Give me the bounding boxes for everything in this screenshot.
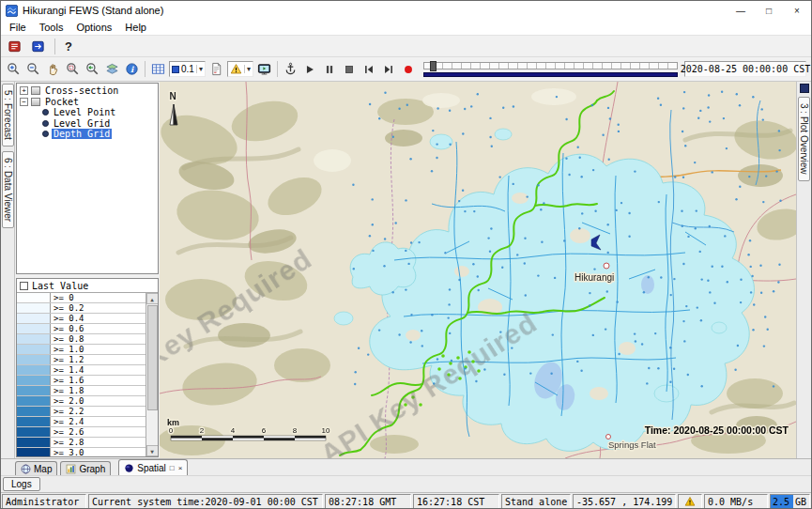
- scalar-value: 0.1: [181, 64, 194, 74]
- layer-dot-icon: [42, 109, 49, 116]
- scroll-thumb[interactable]: [147, 305, 158, 410]
- tree-row[interactable]: Level Point: [17, 107, 158, 118]
- svg-text:0: 0: [169, 426, 174, 435]
- menu-help[interactable]: Help: [118, 22, 153, 33]
- hikurangi-town-marker[interactable]: [604, 263, 609, 269]
- go-last-button[interactable]: [379, 60, 399, 79]
- profile-document-button[interactable]: [207, 60, 226, 79]
- legend-swatch: [17, 345, 51, 354]
- menu-tools[interactable]: Tools: [33, 22, 70, 33]
- menu-bar: File Tools Options Help: [1, 20, 811, 36]
- springs-flat-label: Springs Flat: [608, 440, 656, 450]
- status-gmt-time: 08:27:18 GMT: [325, 494, 411, 509]
- database-icon[interactable]: [5, 37, 24, 55]
- logs-button[interactable]: Logs: [3, 477, 40, 491]
- springs-flat-town-marker[interactable]: [606, 435, 611, 440]
- legend-row: >= 0.8: [17, 334, 146, 345]
- legend-swatch: [17, 376, 51, 385]
- timeline-slider[interactable]: [423, 61, 678, 78]
- info-icon[interactable]: i: [122, 60, 142, 79]
- zoom-out-button[interactable]: [23, 60, 43, 79]
- current-time-display[interactable]: 2020-08-25 00:00:00 CST: [684, 61, 806, 77]
- timeline-period-bar: [423, 72, 678, 77]
- scalar-threshold-dropdown[interactable]: 0.1 ▾: [169, 61, 206, 77]
- tree-row[interactable]: − Pocket: [17, 97, 158, 108]
- pan-hand-icon[interactable]: [43, 60, 63, 79]
- legend-row: >= 2.6: [17, 427, 146, 438]
- workflow-icon[interactable]: [28, 37, 48, 55]
- zoom-box-button[interactable]: [63, 60, 83, 79]
- zoom-in-button[interactable]: [4, 60, 23, 79]
- float-tab-icon[interactable]: □: [170, 464, 175, 472]
- tree-row-selected[interactable]: Depth Grid: [17, 129, 158, 140]
- tab-data-viewer[interactable]: 6 : Data Viewer: [2, 151, 14, 228]
- play-button[interactable]: [300, 60, 320, 79]
- status-local-time: 16:27:18 CST: [413, 494, 499, 509]
- svg-text:4: 4: [231, 426, 236, 435]
- animation-display-button[interactable]: [254, 60, 274, 79]
- zoom-previous-button[interactable]: [83, 60, 102, 79]
- bottom-tab-bar: Map Graph Spatial □ ×: [1, 458, 811, 475]
- legend-swatch: [17, 293, 51, 302]
- map-canvas[interactable]: API Key Required API Key Required N km 0…: [160, 82, 796, 458]
- stop-button[interactable]: [340, 60, 360, 79]
- close-tab-icon[interactable]: ×: [178, 464, 183, 472]
- layers-icon[interactable]: [102, 60, 122, 79]
- tab-forecast[interactable]: 5 : Forecast: [2, 84, 14, 147]
- status-download-rate: 0.0 MB/s: [704, 494, 768, 509]
- right-tab-strip: 3 : Plot Overview: [796, 82, 811, 458]
- legend-swatch: [17, 365, 51, 375]
- legend-swatch: [17, 427, 51, 437]
- legend-swatch: [17, 438, 51, 447]
- folder-icon: [31, 86, 40, 95]
- record-button[interactable]: [399, 60, 419, 79]
- svg-text:6: 6: [262, 426, 267, 435]
- maximize-button[interactable]: □: [755, 1, 783, 20]
- legend-row: >= 0: [17, 293, 146, 303]
- grid-display-button[interactable]: [148, 60, 168, 79]
- last-value-checkbox[interactable]: [20, 282, 28, 290]
- legend-swatch: [17, 396, 51, 406]
- collapse-icon[interactable]: −: [20, 98, 28, 106]
- tab-spatial[interactable]: Spatial □ ×: [118, 459, 188, 475]
- scroll-down-icon[interactable]: ▼: [146, 445, 159, 456]
- status-coordinates: -35.657 , 174.199: [573, 494, 676, 509]
- tree-row[interactable]: + Cross-section: [17, 85, 158, 97]
- pin-icon[interactable]: [800, 84, 809, 93]
- legend-row: >= 1.0: [17, 345, 146, 355]
- menu-options[interactable]: Options: [69, 22, 118, 33]
- tab-map[interactable]: Map: [15, 461, 57, 475]
- warning-dropdown[interactable]: ▾: [227, 61, 253, 77]
- timeline-thumb[interactable]: [430, 61, 437, 71]
- tree-row[interactable]: Level Grid: [17, 118, 158, 130]
- tab-graph[interactable]: Graph: [60, 461, 111, 475]
- legend-swatch: [17, 355, 51, 364]
- svg-text:10: 10: [322, 426, 330, 435]
- legend-scrollbar[interactable]: ▲ ▼: [146, 293, 158, 456]
- tab-plot-overview[interactable]: 3 : Plot Overview: [798, 97, 810, 181]
- toolbar-separator: [54, 39, 55, 54]
- legend-row: >= 1.8: [17, 386, 146, 396]
- close-button[interactable]: ×: [783, 1, 811, 20]
- go-first-button[interactable]: [360, 60, 379, 79]
- menu-file[interactable]: File: [3, 22, 33, 33]
- expand-icon[interactable]: +: [20, 86, 28, 95]
- chevron-down-icon: ▾: [196, 65, 203, 73]
- map-view[interactable]: API Key Required API Key Required N km 0…: [160, 82, 796, 458]
- status-memory: 2.5 GB: [770, 494, 810, 509]
- sphere-icon: [124, 463, 134, 473]
- app-window: Hikurangi FEWS (Stand alone) — □ × File …: [0, 0, 812, 509]
- layer-dot-icon: [42, 131, 49, 137]
- legend-list: >= 0 >= 0.2 >= 0.4 >= 0.6 >= 0.8 >= 1.0 …: [17, 293, 146, 456]
- legend-header: Last Value: [17, 279, 158, 293]
- legend-row: >= 2.0: [17, 396, 146, 407]
- anchor-export-button[interactable]: [281, 60, 300, 79]
- toolbar-separator: [277, 61, 278, 77]
- timeline-groove[interactable]: [423, 62, 678, 69]
- map-time-label: Time: 2020-08-25 00:00:00 CST: [645, 424, 789, 436]
- scroll-up-icon[interactable]: ▲: [146, 293, 159, 304]
- minimize-button[interactable]: —: [727, 1, 755, 20]
- pause-button[interactable]: [320, 60, 340, 79]
- layer-dot-icon: [42, 120, 49, 127]
- help-icon[interactable]: ?: [62, 39, 75, 54]
